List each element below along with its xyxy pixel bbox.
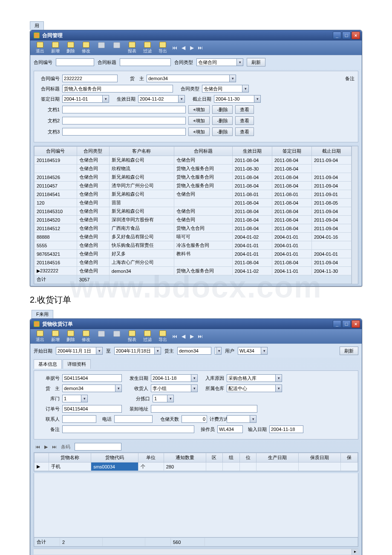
enddate-select[interactable]: 2004年11月18日▾ [114,347,161,355]
doc2-view-button[interactable]: 查看 [235,116,254,125]
delete-button[interactable]: 删除 [63,41,78,55]
contact-input[interactable] [62,415,96,423]
maximize-button[interactable]: □ [342,32,351,39]
delete-button[interactable]: 删除 [63,330,78,343]
table-row[interactable]: ▶手机sms00034个280 [35,462,358,471]
column-header[interactable]: 生产日期 [257,453,299,462]
nav-last-icon[interactable]: ⏭ [196,45,204,51]
doc3-input[interactable] [62,128,186,136]
dock-select[interactable]: 1▾ [153,395,174,402]
signdate-select[interactable]: 2004-11-01▾ [62,95,109,103]
doc3-view-button[interactable]: 查看 [235,127,254,136]
column-header[interactable]: 截止日期 [311,147,351,156]
column-header[interactable]: 区 [206,453,223,462]
owner-drop[interactable]: ▾ [215,347,222,355]
startdate-select[interactable]: 2004-11-02▾ [138,95,185,103]
note-input[interactable] [62,425,194,433]
nav-next-icon[interactable]: ▶ [188,333,196,339]
table-row[interactable]: 201184541仓储合同新兄弟柏森公司仓储合同2011-08-012011-0… [35,190,352,199]
horizontal-scrollbar[interactable]: ▸ [34,549,358,555]
filter-button[interactable]: 过滤 [140,41,155,55]
table-row[interactable]: 201184516仓储合同上海农心广州分公司2011-08-042011-08-… [35,258,352,267]
table-row[interactable]: 120仓储合同苗苗2011-08-042011-08-042011-08-05 [35,199,352,207]
nav-last-icon[interactable]: ⏭ [196,333,204,339]
filter-title-input[interactable] [120,58,171,66]
doc2-add-button[interactable]: +增加 [188,116,210,125]
nav-next-icon[interactable]: ▶ [188,45,196,51]
minimize-button[interactable]: _ [333,32,341,39]
table-row[interactable]: 987654321仓储合同好又多教科书2004-01-012004-01-012… [35,250,352,258]
report-button[interactable]: 报表 [125,330,139,343]
column-header[interactable]: 合同标题 [174,147,232,156]
reason-select[interactable]: 采购合格入库▾ [227,374,282,382]
nav-prev-icon[interactable]: ⏮ [35,444,40,449]
export-button[interactable]: 导出 [156,330,170,343]
doc2-del-button[interactable]: -删除 [212,116,233,125]
maximize-button[interactable]: □ [342,320,351,328]
feetype-select[interactable]: ▾ [227,415,257,423]
minimize-button[interactable]: _ [333,320,341,328]
address-input[interactable] [151,405,257,413]
warehouse-select[interactable]: 配送中心▾ [227,384,282,392]
column-header[interactable]: 位 [239,453,257,462]
column-header[interactable]: 生效日期 [232,147,272,156]
report-button[interactable]: 报表 [125,41,139,55]
tab-basic[interactable]: 基本信息 [34,359,62,369]
column-header[interactable]: 签定日期 [272,147,311,156]
table-row[interactable]: 2011845310仓储合同新兄弟柏森公司仓储合同2011-08-042011-… [35,207,352,216]
doc1-view-button[interactable]: 查看 [235,105,254,114]
doc2-input[interactable] [62,117,186,124]
owner-select[interactable]: demon34▾ [62,384,122,392]
table-row[interactable]: 201184512仓储合同广西南方食品货物入仓合同2011-08-042011-… [35,224,352,233]
column-header[interactable]: 单位 [138,453,164,462]
nav-first-icon[interactable]: ⏮ [171,45,179,51]
doc1-del-button[interactable]: -删除 [212,105,233,114]
add-button[interactable]: 新增 [48,41,63,55]
column-header[interactable]: 保质日期 [299,453,341,462]
owner-input[interactable] [177,347,211,355]
refresh-button[interactable]: 刷新 [247,58,265,66]
phone-input[interactable] [114,415,153,423]
column-header[interactable]: 合同类型 [77,147,109,156]
exit-button[interactable]: 退出 [33,41,47,55]
barcode-input[interactable] [75,443,121,451]
doc3-del-button[interactable]: -删除 [212,127,233,136]
nav-prev-icon[interactable]: ◀ [179,333,187,339]
edit-button[interactable]: 修改 [79,330,93,343]
startdate-select[interactable]: 2004年11月 1日▾ [56,347,103,355]
refresh-button[interactable]: 刷新 [340,347,358,355]
owner-select[interactable]: demon34▾ [147,75,236,82]
table-row[interactable]: 20110457仓储合同渣华同方广州分公司货物入仓服务合同2011-08-042… [35,182,352,190]
column-header[interactable]: 通知数量 [164,453,206,462]
date-select[interactable]: 2004-11-18▾ [151,374,198,382]
nav-prev-icon[interactable]: ◀ [179,45,187,51]
table-row[interactable]: 仓储合同欣程物流货物入仓服务合同2011-08-302011-08-04 [35,165,352,173]
column-header[interactable]: 货物名称 [49,453,91,462]
table-row[interactable]: 5555仓储合同快乐购食品有限责任冷冻仓服务合同2004-01-012004-0… [35,241,352,250]
tab-detail[interactable]: 详细资料 [63,359,91,369]
column-header[interactable] [35,453,49,462]
add-button[interactable]: 新增 [48,330,63,343]
exit-button[interactable]: 退出 [33,330,47,343]
column-header[interactable]: 货物代码 [91,453,138,462]
user-select[interactable]: WL434▾ [238,347,268,355]
receiver-select[interactable]: 李小组▾ [151,384,198,392]
close-button[interactable]: × [352,320,360,328]
filter-contractno-input[interactable] [56,58,94,66]
export-button[interactable]: 导出 [156,41,170,55]
filter-button[interactable]: 过滤 [140,330,155,343]
column-header[interactable]: 组 [223,453,240,462]
nav-play-icon[interactable]: ▶ [44,444,48,450]
nav-last-icon[interactable]: ⏭ [52,444,57,449]
table-row[interactable]: ▶2322222仓储合同demon34货物入仓服务合同2004-11-02200… [35,267,352,275]
edit-button[interactable]: 修改 [79,41,93,55]
doc3-add-button[interactable]: +增加 [188,127,210,136]
table-row[interactable]: 201184520仓储合同深圳渣华同方股份有仓储合同2011-08-042011… [35,216,352,224]
contractno-input[interactable] [62,75,118,82]
doc1-input[interactable] [62,106,186,113]
column-header[interactable]: 客户名称 [109,147,174,156]
filter-type-select[interactable]: 仓储合同▾ [196,58,243,66]
column-header[interactable]: 保 [341,453,358,462]
enddate-select[interactable]: 2004-11-30▾ [214,95,261,103]
doc1-add-button[interactable]: +增加 [188,105,210,114]
